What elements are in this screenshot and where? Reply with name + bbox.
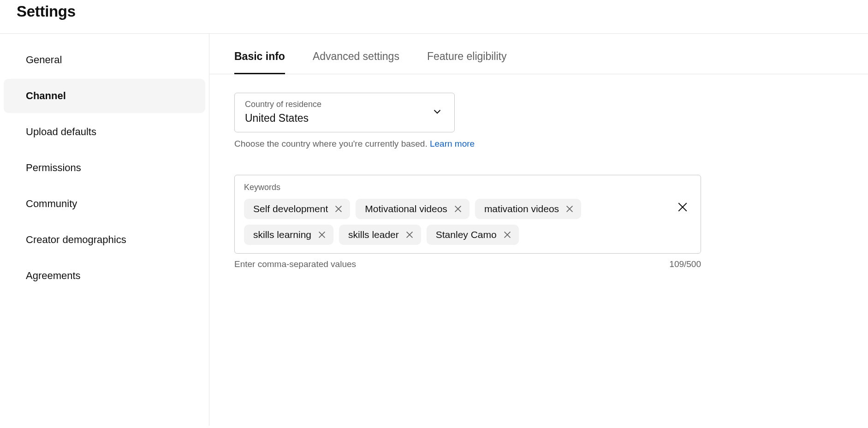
keyword-chip: skills leader	[339, 225, 421, 245]
keywords-input-box[interactable]: Keywords Self developmentMotivational vi…	[234, 175, 701, 254]
keyword-chip-label: mativation videos	[484, 203, 559, 214]
sidebar-item-permissions[interactable]: Permissions	[4, 151, 205, 185]
country-dropdown[interactable]: Country of residence United States	[234, 93, 455, 132]
sidebar-item-creator-demographics[interactable]: Creator demographics	[4, 223, 205, 257]
remove-keyword-icon[interactable]	[317, 230, 327, 240]
keyword-chip-label: Stanley Camo	[436, 229, 497, 240]
country-helper: Choose the country where you're currentl…	[234, 139, 843, 149]
tab-basic-info[interactable]: Basic info	[234, 50, 285, 74]
tab-feature-eligibility[interactable]: Feature eligibility	[427, 50, 507, 74]
remove-keyword-icon[interactable]	[565, 204, 575, 214]
keywords-helper-text: Enter comma-separated values	[234, 259, 356, 269]
page-title: Settings	[17, 3, 851, 20]
country-helper-text: Choose the country where you're currentl…	[234, 139, 430, 149]
keyword-chip: skills learning	[244, 225, 333, 245]
keyword-chip-label: skills leader	[348, 229, 399, 240]
keywords-label: Keywords	[244, 183, 691, 192]
keyword-chip: Self development	[244, 199, 350, 219]
keyword-chip: Motivational videos	[356, 199, 470, 219]
sidebar-item-agreements[interactable]: Agreements	[4, 259, 205, 293]
keyword-chip-label: skills learning	[253, 229, 311, 240]
remove-keyword-icon[interactable]	[453, 204, 463, 214]
keyword-chip: mativation videos	[475, 199, 581, 219]
country-label: Country of residence	[245, 100, 444, 109]
clear-all-keywords-button[interactable]	[676, 200, 690, 216]
remove-keyword-icon[interactable]	[404, 230, 415, 240]
remove-keyword-icon[interactable]	[502, 230, 512, 240]
settings-sidebar: GeneralChannelUpload defaultsPermissions…	[0, 34, 209, 426]
keyword-chip-label: Motivational videos	[365, 203, 447, 214]
sidebar-item-upload-defaults[interactable]: Upload defaults	[4, 115, 205, 149]
learn-more-link[interactable]: Learn more	[430, 139, 475, 149]
sidebar-item-community[interactable]: Community	[4, 187, 205, 221]
sidebar-item-channel[interactable]: Channel	[4, 79, 205, 113]
keyword-chip-label: Self development	[253, 203, 328, 214]
keyword-chip: Stanley Camo	[427, 225, 519, 245]
remove-keyword-icon[interactable]	[333, 204, 344, 214]
channel-tabs: Basic infoAdvanced settingsFeature eligi…	[209, 34, 868, 74]
keywords-counter: 109/500	[669, 259, 701, 269]
chevron-down-icon	[431, 106, 443, 119]
tab-advanced-settings[interactable]: Advanced settings	[313, 50, 399, 74]
country-value: United States	[245, 112, 444, 125]
sidebar-item-general[interactable]: General	[4, 43, 205, 77]
